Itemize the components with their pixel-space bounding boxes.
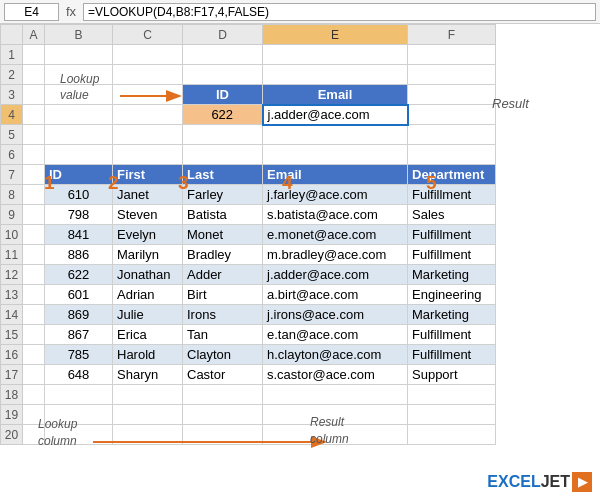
cell-e6[interactable] [263, 145, 408, 165]
cell-c17[interactable]: Sharyn [113, 365, 183, 385]
cell-e7-header[interactable]: Email [263, 165, 408, 185]
cell-d17[interactable]: Castor [183, 365, 263, 385]
cell-a5[interactable] [23, 125, 45, 145]
cell-b17[interactable]: 648 [45, 365, 113, 385]
cell-d2[interactable] [183, 65, 263, 85]
cell-d20[interactable] [183, 425, 263, 445]
cell-e12[interactable]: j.adder@ace.com [263, 265, 408, 285]
cell-e20[interactable] [263, 425, 408, 445]
cell-c8[interactable]: Janet [113, 185, 183, 205]
cell-e18[interactable] [263, 385, 408, 405]
cell-f7-header[interactable]: Department [408, 165, 496, 185]
cell-a6[interactable] [23, 145, 45, 165]
cell-a18[interactable] [23, 385, 45, 405]
cell-d3-header[interactable]: ID [183, 85, 263, 105]
cell-reference[interactable] [4, 3, 59, 21]
formula-input[interactable] [83, 3, 596, 21]
cell-f19[interactable] [408, 405, 496, 425]
cell-f5[interactable] [408, 125, 496, 145]
cell-f4[interactable] [408, 105, 496, 125]
cell-f12[interactable]: Marketing [408, 265, 496, 285]
cell-d8[interactable]: Farley [183, 185, 263, 205]
cell-c5[interactable] [113, 125, 183, 145]
cell-c10[interactable]: Evelyn [113, 225, 183, 245]
cell-d10[interactable]: Monet [183, 225, 263, 245]
cell-b10[interactable]: 841 [45, 225, 113, 245]
cell-e16[interactable]: h.clayton@ace.com [263, 345, 408, 365]
cell-e9[interactable]: s.batista@ace.com [263, 205, 408, 225]
cell-c12[interactable]: Jonathan [113, 265, 183, 285]
cell-b18[interactable] [45, 385, 113, 405]
cell-a4[interactable] [23, 105, 45, 125]
cell-f18[interactable] [408, 385, 496, 405]
cell-c13[interactable]: Adrian [113, 285, 183, 305]
cell-d6[interactable] [183, 145, 263, 165]
cell-f16[interactable]: Fulfillment [408, 345, 496, 365]
cell-e2[interactable] [263, 65, 408, 85]
cell-c3[interactable] [113, 85, 183, 105]
cell-a15[interactable] [23, 325, 45, 345]
cell-f14[interactable]: Marketing [408, 305, 496, 325]
col-header-e[interactable]: E [263, 25, 408, 45]
cell-d11[interactable]: Bradley [183, 245, 263, 265]
cell-f15[interactable]: Fulfillment [408, 325, 496, 345]
cell-c18[interactable] [113, 385, 183, 405]
cell-d15[interactable]: Tan [183, 325, 263, 345]
cell-a11[interactable] [23, 245, 45, 265]
cell-f10[interactable]: Fulfillment [408, 225, 496, 245]
cell-a14[interactable] [23, 305, 45, 325]
cell-b1[interactable] [45, 45, 113, 65]
cell-b4[interactable] [45, 105, 113, 125]
cell-d18[interactable] [183, 385, 263, 405]
cell-a19[interactable] [23, 405, 45, 425]
cell-a1[interactable] [23, 45, 45, 65]
cell-b8[interactable]: 610 [45, 185, 113, 205]
cell-e14[interactable]: j.irons@ace.com [263, 305, 408, 325]
cell-d5[interactable] [183, 125, 263, 145]
cell-c1[interactable] [113, 45, 183, 65]
cell-b6[interactable] [45, 145, 113, 165]
cell-b15[interactable]: 867 [45, 325, 113, 345]
cell-c6[interactable] [113, 145, 183, 165]
cell-c4[interactable] [113, 105, 183, 125]
cell-a7[interactable] [23, 165, 45, 185]
cell-e17[interactable]: s.castor@ace.com [263, 365, 408, 385]
col-header-a[interactable]: A [23, 25, 45, 45]
cell-f1[interactable] [408, 45, 496, 65]
cell-b11[interactable]: 886 [45, 245, 113, 265]
cell-d12[interactable]: Adder [183, 265, 263, 285]
cell-e1[interactable] [263, 45, 408, 65]
cell-d9[interactable]: Batista [183, 205, 263, 225]
cell-a20[interactable] [23, 425, 45, 445]
col-header-b[interactable]: B [45, 25, 113, 45]
cell-c2[interactable] [113, 65, 183, 85]
cell-d13[interactable]: Birt [183, 285, 263, 305]
cell-f13[interactable]: Engineering [408, 285, 496, 305]
cell-f17[interactable]: Support [408, 365, 496, 385]
cell-e19[interactable] [263, 405, 408, 425]
cell-f8[interactable]: Fulfillment [408, 185, 496, 205]
col-header-f[interactable]: F [408, 25, 496, 45]
cell-d7-header[interactable]: Last [183, 165, 263, 185]
cell-f2[interactable] [408, 65, 496, 85]
cell-e13[interactable]: a.birt@ace.com [263, 285, 408, 305]
cell-a13[interactable] [23, 285, 45, 305]
cell-a8[interactable] [23, 185, 45, 205]
cell-d16[interactable]: Clayton [183, 345, 263, 365]
cell-c20[interactable] [113, 425, 183, 445]
cell-f9[interactable]: Sales [408, 205, 496, 225]
cell-b9[interactable]: 798 [45, 205, 113, 225]
cell-e15[interactable]: e.tan@ace.com [263, 325, 408, 345]
cell-d19[interactable] [183, 405, 263, 425]
cell-b13[interactable]: 601 [45, 285, 113, 305]
cell-c16[interactable]: Harold [113, 345, 183, 365]
col-header-d[interactable]: D [183, 25, 263, 45]
cell-c11[interactable]: Marilyn [113, 245, 183, 265]
cell-e5[interactable] [263, 125, 408, 145]
cell-f11[interactable]: Fulfillment [408, 245, 496, 265]
cell-b5[interactable] [45, 125, 113, 145]
cell-b16[interactable]: 785 [45, 345, 113, 365]
cell-a10[interactable] [23, 225, 45, 245]
cell-b14[interactable]: 869 [45, 305, 113, 325]
cell-f3[interactable] [408, 85, 496, 105]
